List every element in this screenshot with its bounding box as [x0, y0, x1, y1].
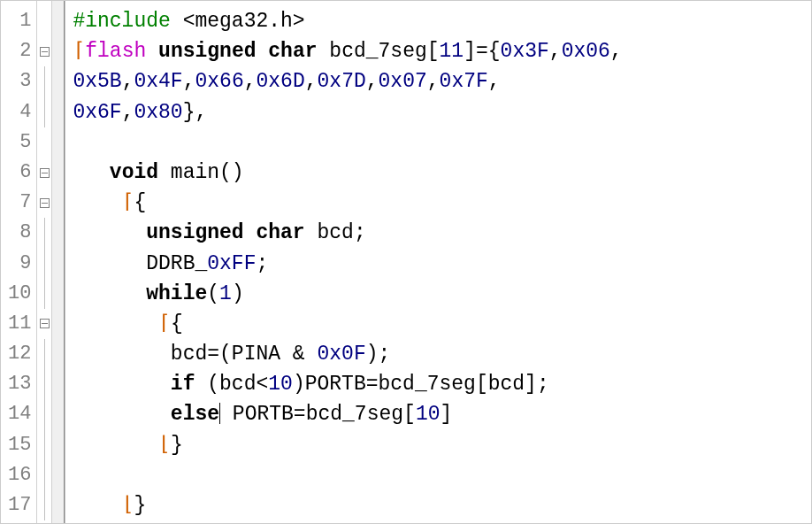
tok-number: 11 — [440, 40, 464, 63]
fold-column — [36, 1, 52, 523]
tok-comma: , — [183, 70, 195, 93]
line-numbers: 1 2 3 4 5 6 7 8 9 10 11 12 13 14 15 16 1… — [1, 1, 36, 523]
code-line[interactable]: ⌈flash unsigned char bcd_7seg[11]={0x3F,… — [73, 36, 811, 66]
fold-guide-icon — [44, 339, 45, 369]
line-number: 6 — [19, 158, 31, 188]
fold-toggle-icon[interactable] — [40, 47, 50, 57]
code-line[interactable]: DDRB_0xFF; — [73, 249, 811, 279]
code-line[interactable]: ⌈{ — [73, 309, 811, 339]
tok-comma: , — [122, 70, 134, 93]
line-number: 2 — [19, 36, 31, 66]
tok-ident: bcd=(PINA & — [171, 343, 318, 366]
tok-comma: , — [305, 70, 318, 93]
code-line[interactable]: 0x6F,0x80}, — [73, 97, 811, 127]
line-number: 16 — [8, 460, 31, 490]
code-line[interactable]: if (bcd<10)PORTB=bcd_7seg[bcd]; — [73, 369, 811, 399]
line-number: 9 — [19, 249, 31, 279]
bracket-open-icon: ⌈ — [122, 191, 134, 214]
tok-preprocessor: #include — [73, 10, 170, 33]
tok-ident: bcd_7seg — [329, 40, 426, 63]
tok-flash: flash — [85, 40, 146, 63]
bracket-open-icon: ⌈ — [158, 312, 171, 335]
line-number: 13 — [8, 369, 31, 399]
tok-number: 0x6D — [257, 70, 305, 93]
fold-toggle-icon[interactable] — [40, 198, 50, 208]
tok-comma: , — [610, 40, 623, 63]
code-line[interactable]: ⌈{ — [73, 188, 811, 218]
line-number: 15 — [8, 430, 31, 460]
tok-brace: }, — [183, 101, 208, 124]
tok-number: 0x07 — [379, 70, 427, 93]
line-number: 4 — [19, 97, 31, 127]
line-number: 17 — [8, 490, 31, 520]
code-line[interactable]: else PORTB=bcd_7seg[10] — [73, 399, 811, 429]
tok-include: <mega32.h> — [171, 10, 305, 33]
tok-ident: PORTB=bcd_7seg[ — [220, 403, 416, 426]
code-line[interactable]: ⌊} — [73, 430, 811, 460]
fold-guide-icon — [44, 218, 45, 248]
gutter: 1 2 3 4 5 6 7 8 9 10 11 12 13 14 15 16 1… — [1, 1, 65, 523]
tok-number: 0x4F — [134, 70, 182, 93]
line-number: 7 — [19, 188, 31, 218]
tok-number: 0x80 — [134, 101, 182, 124]
tok-comma: , — [427, 70, 440, 93]
bracket-close-icon: ⌊ — [122, 494, 134, 517]
fold-guide-icon — [44, 249, 45, 279]
tok-number: 10 — [416, 403, 440, 426]
tok-comma: , — [244, 70, 257, 93]
code-line[interactable]: unsigned char bcd; — [73, 218, 811, 248]
fold-guide-icon — [44, 460, 45, 490]
tok-brace: { — [134, 191, 146, 214]
code-line[interactable]: void main() — [73, 158, 811, 188]
tok-brace: } — [171, 434, 183, 457]
tok-number: 0x3F — [501, 40, 549, 63]
tok-comma: , — [488, 70, 501, 93]
code-line[interactable] — [73, 460, 811, 490]
tok-number: 0x66 — [195, 70, 243, 93]
tok-number: 10 — [268, 373, 293, 396]
tok-keyword: if — [171, 373, 195, 396]
line-number: 12 — [8, 339, 31, 369]
fold-toggle-icon[interactable] — [40, 168, 50, 178]
tok-op: ]={ — [463, 40, 500, 63]
fold-guide-icon — [44, 490, 45, 520]
tok-comma: , — [122, 101, 134, 124]
tok-number: 0x7F — [440, 70, 488, 93]
code-line[interactable]: bcd=(PINA & 0x0F); — [73, 339, 811, 369]
tok-number: 0x6F — [73, 101, 121, 124]
tok-number: 0x0F — [317, 343, 365, 366]
tok-comma: , — [549, 40, 562, 63]
fold-guide-icon — [44, 369, 45, 399]
code-line[interactable] — [73, 127, 811, 158]
fold-guide-icon — [44, 430, 45, 460]
line-number: 8 — [19, 218, 31, 248]
code-line[interactable]: 0x5B,0x4F,0x66,0x6D,0x7D,0x07,0x7F, — [73, 66, 811, 96]
tok-brace: { — [171, 312, 183, 335]
line-number: 11 — [8, 309, 31, 339]
line-number: 5 — [19, 127, 31, 158]
fold-guide-icon — [44, 66, 45, 96]
code-editor: 1 2 3 4 5 6 7 8 9 10 11 12 13 14 15 16 1… — [0, 0, 812, 524]
fold-guide-icon — [44, 399, 45, 429]
tok-number: 0xFF — [207, 252, 256, 275]
line-number: 10 — [8, 279, 31, 309]
code-area[interactable]: #include <mega32.h> ⌈flash unsigned char… — [65, 1, 811, 523]
tok-comma: , — [366, 70, 379, 93]
code-line[interactable]: while(1) — [73, 279, 811, 309]
tok-keyword: unsigned char — [146, 40, 329, 63]
code-line[interactable]: #include <mega32.h> — [73, 6, 811, 36]
fold-guide-icon — [44, 279, 45, 309]
tok-ident: bcd; — [317, 221, 365, 244]
tok-ident: (bcd< — [195, 373, 268, 396]
tok-brace: } — [134, 494, 146, 517]
code-line[interactable]: ⌊} — [73, 490, 811, 520]
tok-number: 1 — [219, 282, 232, 305]
tok-ident: ] — [440, 403, 453, 426]
tok-number: 0x06 — [562, 40, 610, 63]
tok-paren: ( — [207, 282, 219, 305]
tok-keyword: while — [146, 282, 207, 305]
tok-number: 0x5B — [73, 70, 121, 93]
bracket-open-icon: ⌈ — [73, 40, 85, 63]
fold-toggle-icon[interactable] — [40, 319, 50, 328]
tok-ident: DDRB_ — [146, 252, 207, 275]
